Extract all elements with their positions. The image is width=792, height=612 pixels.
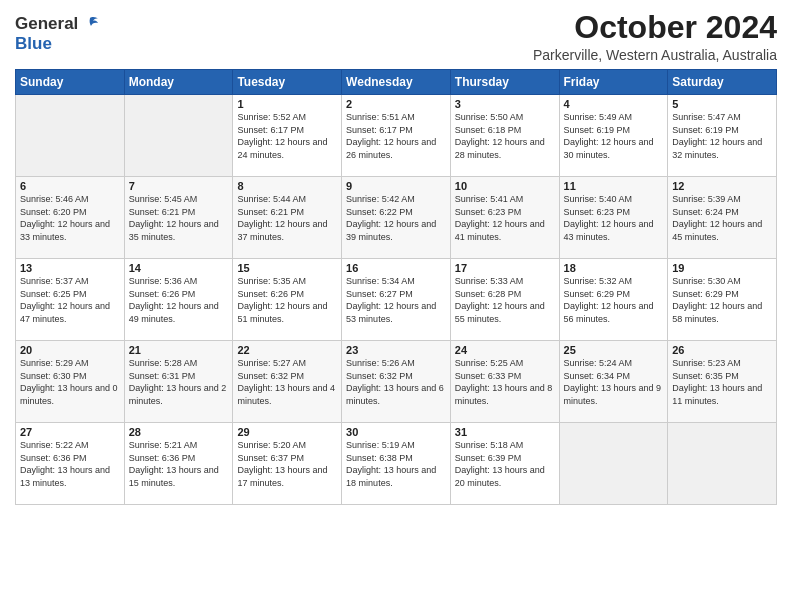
calendar-cell: 13Sunrise: 5:37 AMSunset: 6:25 PMDayligh… xyxy=(16,259,125,341)
day-info: Sunrise: 5:39 AMSunset: 6:24 PMDaylight:… xyxy=(672,193,772,243)
day-info: Sunrise: 5:44 AMSunset: 6:21 PMDaylight:… xyxy=(237,193,337,243)
day-number: 10 xyxy=(455,180,555,192)
calendar-cell: 11Sunrise: 5:40 AMSunset: 6:23 PMDayligh… xyxy=(559,177,668,259)
day-info: Sunrise: 5:20 AMSunset: 6:37 PMDaylight:… xyxy=(237,439,337,489)
calendar-cell xyxy=(668,423,777,505)
logo-bird-icon xyxy=(80,14,100,34)
calendar-cell: 31Sunrise: 5:18 AMSunset: 6:39 PMDayligh… xyxy=(450,423,559,505)
calendar-week-3: 20Sunrise: 5:29 AMSunset: 6:30 PMDayligh… xyxy=(16,341,777,423)
calendar-cell: 6Sunrise: 5:46 AMSunset: 6:20 PMDaylight… xyxy=(16,177,125,259)
day-number: 19 xyxy=(672,262,772,274)
day-number: 28 xyxy=(129,426,229,438)
day-number: 23 xyxy=(346,344,446,356)
calendar-header-wednesday: Wednesday xyxy=(342,70,451,95)
day-number: 8 xyxy=(237,180,337,192)
day-info: Sunrise: 5:23 AMSunset: 6:35 PMDaylight:… xyxy=(672,357,772,407)
day-info: Sunrise: 5:36 AMSunset: 6:26 PMDaylight:… xyxy=(129,275,229,325)
calendar-cell: 10Sunrise: 5:41 AMSunset: 6:23 PMDayligh… xyxy=(450,177,559,259)
calendar-cell: 9Sunrise: 5:42 AMSunset: 6:22 PMDaylight… xyxy=(342,177,451,259)
day-info: Sunrise: 5:32 AMSunset: 6:29 PMDaylight:… xyxy=(564,275,664,325)
day-number: 11 xyxy=(564,180,664,192)
calendar-cell: 16Sunrise: 5:34 AMSunset: 6:27 PMDayligh… xyxy=(342,259,451,341)
calendar-cell: 24Sunrise: 5:25 AMSunset: 6:33 PMDayligh… xyxy=(450,341,559,423)
day-number: 26 xyxy=(672,344,772,356)
calendar-header-saturday: Saturday xyxy=(668,70,777,95)
calendar-cell: 15Sunrise: 5:35 AMSunset: 6:26 PMDayligh… xyxy=(233,259,342,341)
day-info: Sunrise: 5:45 AMSunset: 6:21 PMDaylight:… xyxy=(129,193,229,243)
day-number: 29 xyxy=(237,426,337,438)
day-number: 5 xyxy=(672,98,772,110)
location-title: Parkerville, Western Australia, Australi… xyxy=(533,47,777,63)
day-number: 16 xyxy=(346,262,446,274)
day-number: 15 xyxy=(237,262,337,274)
day-info: Sunrise: 5:37 AMSunset: 6:25 PMDaylight:… xyxy=(20,275,120,325)
day-info: Sunrise: 5:50 AMSunset: 6:18 PMDaylight:… xyxy=(455,111,555,161)
day-info: Sunrise: 5:24 AMSunset: 6:34 PMDaylight:… xyxy=(564,357,664,407)
calendar-cell: 7Sunrise: 5:45 AMSunset: 6:21 PMDaylight… xyxy=(124,177,233,259)
logo-blue: Blue xyxy=(15,34,52,53)
day-number: 2 xyxy=(346,98,446,110)
day-info: Sunrise: 5:46 AMSunset: 6:20 PMDaylight:… xyxy=(20,193,120,243)
calendar-cell xyxy=(559,423,668,505)
day-number: 7 xyxy=(129,180,229,192)
calendar-header-sunday: Sunday xyxy=(16,70,125,95)
calendar-cell: 14Sunrise: 5:36 AMSunset: 6:26 PMDayligh… xyxy=(124,259,233,341)
day-number: 12 xyxy=(672,180,772,192)
calendar-cell xyxy=(16,95,125,177)
day-number: 25 xyxy=(564,344,664,356)
calendar-cell: 17Sunrise: 5:33 AMSunset: 6:28 PMDayligh… xyxy=(450,259,559,341)
day-number: 31 xyxy=(455,426,555,438)
day-number: 4 xyxy=(564,98,664,110)
day-info: Sunrise: 5:51 AMSunset: 6:17 PMDaylight:… xyxy=(346,111,446,161)
calendar-cell: 27Sunrise: 5:22 AMSunset: 6:36 PMDayligh… xyxy=(16,423,125,505)
day-info: Sunrise: 5:34 AMSunset: 6:27 PMDaylight:… xyxy=(346,275,446,325)
day-info: Sunrise: 5:47 AMSunset: 6:19 PMDaylight:… xyxy=(672,111,772,161)
calendar-week-1: 6Sunrise: 5:46 AMSunset: 6:20 PMDaylight… xyxy=(16,177,777,259)
calendar-header-friday: Friday xyxy=(559,70,668,95)
day-number: 14 xyxy=(129,262,229,274)
calendar-week-0: 1Sunrise: 5:52 AMSunset: 6:17 PMDaylight… xyxy=(16,95,777,177)
day-info: Sunrise: 5:18 AMSunset: 6:39 PMDaylight:… xyxy=(455,439,555,489)
calendar-cell xyxy=(124,95,233,177)
calendar-cell: 2Sunrise: 5:51 AMSunset: 6:17 PMDaylight… xyxy=(342,95,451,177)
calendar-week-2: 13Sunrise: 5:37 AMSunset: 6:25 PMDayligh… xyxy=(16,259,777,341)
day-info: Sunrise: 5:28 AMSunset: 6:31 PMDaylight:… xyxy=(129,357,229,407)
day-info: Sunrise: 5:26 AMSunset: 6:32 PMDaylight:… xyxy=(346,357,446,407)
day-number: 17 xyxy=(455,262,555,274)
day-number: 18 xyxy=(564,262,664,274)
calendar-cell: 12Sunrise: 5:39 AMSunset: 6:24 PMDayligh… xyxy=(668,177,777,259)
calendar-header-thursday: Thursday xyxy=(450,70,559,95)
day-number: 20 xyxy=(20,344,120,356)
day-info: Sunrise: 5:52 AMSunset: 6:17 PMDaylight:… xyxy=(237,111,337,161)
day-info: Sunrise: 5:49 AMSunset: 6:19 PMDaylight:… xyxy=(564,111,664,161)
calendar-cell: 23Sunrise: 5:26 AMSunset: 6:32 PMDayligh… xyxy=(342,341,451,423)
month-title: October 2024 xyxy=(533,10,777,45)
calendar-header-row: SundayMondayTuesdayWednesdayThursdayFrid… xyxy=(16,70,777,95)
title-area: October 2024 Parkerville, Western Austra… xyxy=(533,10,777,63)
calendar-cell: 28Sunrise: 5:21 AMSunset: 6:36 PMDayligh… xyxy=(124,423,233,505)
header: General Blue October 2024 Parkerville, W… xyxy=(15,10,777,63)
logo: General Blue xyxy=(15,10,100,54)
calendar-cell: 18Sunrise: 5:32 AMSunset: 6:29 PMDayligh… xyxy=(559,259,668,341)
calendar-cell: 19Sunrise: 5:30 AMSunset: 6:29 PMDayligh… xyxy=(668,259,777,341)
day-number: 9 xyxy=(346,180,446,192)
calendar-cell: 1Sunrise: 5:52 AMSunset: 6:17 PMDaylight… xyxy=(233,95,342,177)
day-info: Sunrise: 5:40 AMSunset: 6:23 PMDaylight:… xyxy=(564,193,664,243)
calendar-cell: 8Sunrise: 5:44 AMSunset: 6:21 PMDaylight… xyxy=(233,177,342,259)
day-info: Sunrise: 5:29 AMSunset: 6:30 PMDaylight:… xyxy=(20,357,120,407)
day-number: 22 xyxy=(237,344,337,356)
day-number: 21 xyxy=(129,344,229,356)
day-info: Sunrise: 5:42 AMSunset: 6:22 PMDaylight:… xyxy=(346,193,446,243)
calendar: SundayMondayTuesdayWednesdayThursdayFrid… xyxy=(15,69,777,505)
day-info: Sunrise: 5:21 AMSunset: 6:36 PMDaylight:… xyxy=(129,439,229,489)
day-info: Sunrise: 5:41 AMSunset: 6:23 PMDaylight:… xyxy=(455,193,555,243)
calendar-cell: 25Sunrise: 5:24 AMSunset: 6:34 PMDayligh… xyxy=(559,341,668,423)
day-info: Sunrise: 5:25 AMSunset: 6:33 PMDaylight:… xyxy=(455,357,555,407)
day-info: Sunrise: 5:30 AMSunset: 6:29 PMDaylight:… xyxy=(672,275,772,325)
calendar-cell: 3Sunrise: 5:50 AMSunset: 6:18 PMDaylight… xyxy=(450,95,559,177)
calendar-header-monday: Monday xyxy=(124,70,233,95)
logo-general: General xyxy=(15,14,78,34)
day-info: Sunrise: 5:27 AMSunset: 6:32 PMDaylight:… xyxy=(237,357,337,407)
calendar-cell: 4Sunrise: 5:49 AMSunset: 6:19 PMDaylight… xyxy=(559,95,668,177)
day-number: 24 xyxy=(455,344,555,356)
